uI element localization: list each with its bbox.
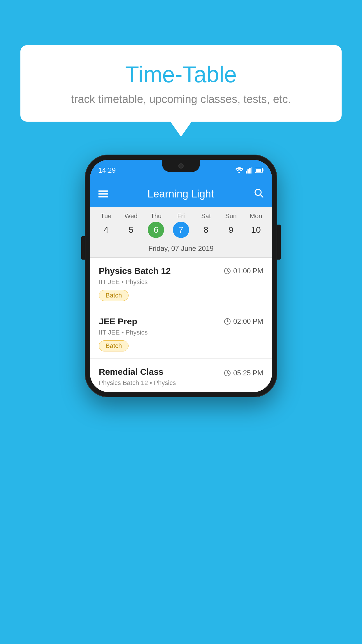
day-col-sat[interactable]: Sat8 [194, 212, 218, 238]
wifi-icon [235, 167, 243, 174]
day-number[interactable]: 10 [248, 222, 264, 238]
svg-rect-1 [247, 169, 249, 173]
svg-rect-3 [251, 167, 252, 174]
signal-icon [246, 167, 253, 174]
schedule-title: Physics Batch 12 [99, 266, 171, 276]
schedule-item[interactable]: Physics Batch 12 01:00 PMIIT JEE • Physi… [90, 258, 272, 308]
phone-screen: 14:29 [90, 160, 272, 392]
battery-icon [255, 167, 264, 174]
page-title: Time-Table [38, 61, 324, 88]
status-time: 14:29 [98, 166, 116, 174]
day-number[interactable]: 7 [173, 222, 189, 238]
notch [162, 160, 200, 172]
phone-mockup: 14:29 [85, 155, 277, 397]
schedule-item-header: JEE Prep 02:00 PM [99, 316, 263, 326]
batch-tag: Batch [99, 340, 129, 351]
day-name: Thu [150, 212, 161, 220]
schedule-sub: IIT JEE • Physics [99, 278, 263, 286]
schedule-title: Remedial Class [99, 367, 164, 377]
batch-tag: Batch [99, 290, 129, 301]
svg-rect-0 [246, 171, 247, 174]
day-col-thu[interactable]: Thu6 [144, 212, 168, 238]
day-number[interactable]: 4 [98, 222, 114, 238]
day-col-tue[interactable]: Tue4 [94, 212, 118, 238]
speech-bubble-container: Time-Table track timetable, upcoming cla… [20, 45, 342, 122]
page-subtitle: track timetable, upcoming classes, tests… [38, 93, 324, 106]
status-bar: 14:29 [90, 160, 272, 181]
svg-rect-6 [256, 169, 261, 172]
search-button[interactable] [253, 188, 264, 200]
schedule-sub: Physics Batch 12 • Physics [99, 379, 263, 387]
schedule-item-header: Remedial Class 05:25 PM [99, 367, 263, 379]
day-name: Wed [124, 212, 138, 220]
schedule-sub: IIT JEE • Physics [99, 329, 263, 336]
day-number[interactable]: 5 [123, 222, 139, 238]
day-name: Mon [250, 212, 262, 220]
app-bar: Learning Light [90, 181, 272, 207]
svg-rect-2 [249, 168, 251, 174]
camera-notch [178, 163, 184, 169]
day-name: Fri [177, 212, 185, 220]
menu-button[interactable] [98, 190, 108, 197]
day-name: Tue [101, 212, 111, 220]
day-col-fri[interactable]: Fri7 [169, 212, 193, 238]
svg-line-8 [261, 195, 263, 197]
calendar-strip: Tue4Wed5Thu6Fri7Sat8Sun9Mon10 Friday, 07… [90, 207, 272, 258]
app-title: Learning Light [115, 188, 246, 200]
selected-date-label: Friday, 07 June 2019 [90, 240, 272, 257]
clock-icon [224, 318, 231, 325]
schedule-title: JEE Prep [99, 316, 137, 326]
clock-icon [224, 370, 231, 377]
schedule-item-header: Physics Batch 12 01:00 PM [99, 266, 263, 276]
day-name: Sat [201, 212, 211, 220]
day-number[interactable]: 6 [148, 222, 164, 238]
day-number[interactable]: 8 [198, 222, 214, 238]
day-col-sun[interactable]: Sun9 [219, 212, 242, 238]
phone-outer: 14:29 [85, 155, 277, 397]
day-col-mon[interactable]: Mon10 [244, 212, 268, 238]
days-row: Tue4Wed5Thu6Fri7Sat8Sun9Mon10 [90, 212, 272, 238]
schedule-time: 02:00 PM [224, 317, 263, 326]
schedule-time: 01:00 PM [224, 267, 263, 275]
day-name: Sun [225, 212, 237, 220]
schedule-item[interactable]: Remedial Class 05:25 PMPhysics Batch 12 … [90, 359, 272, 392]
schedule-time: 05:25 PM [224, 369, 263, 377]
clock-icon [224, 267, 231, 274]
svg-rect-5 [262, 169, 263, 172]
schedule-item[interactable]: JEE Prep 02:00 PMIIT JEE • PhysicsBatch [90, 308, 272, 359]
status-icons [235, 167, 264, 174]
day-number[interactable]: 9 [223, 222, 239, 238]
schedule-list: Physics Batch 12 01:00 PMIIT JEE • Physi… [90, 258, 272, 392]
day-col-wed[interactable]: Wed5 [120, 212, 143, 238]
speech-bubble: Time-Table track timetable, upcoming cla… [20, 45, 342, 122]
